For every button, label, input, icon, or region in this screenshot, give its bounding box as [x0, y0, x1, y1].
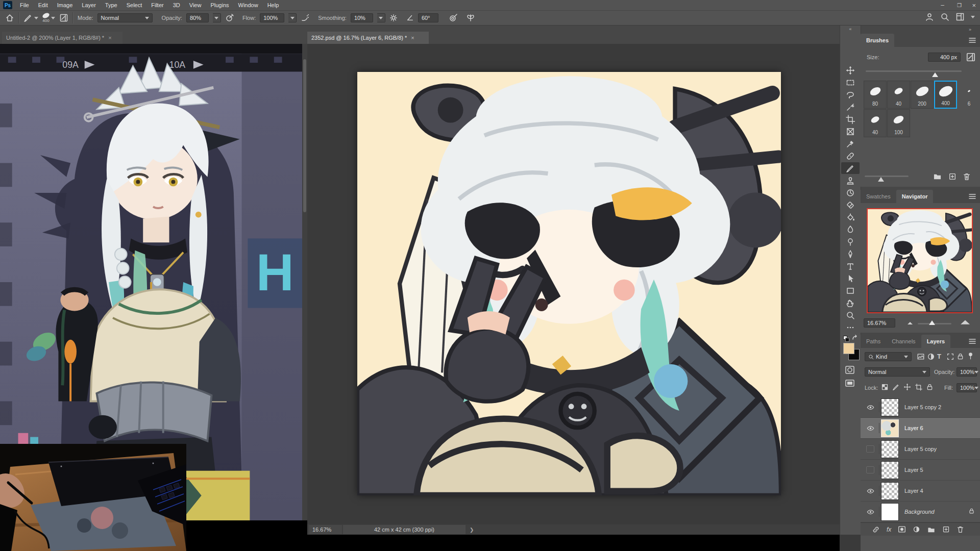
new-adjustment-layer-icon[interactable] — [913, 525, 920, 533]
document-tab-2352psd[interactable]: 2352.psd @ 16.7% (Layer 6, RGB/8) * × — [307, 32, 429, 44]
document-tab-untitled2[interactable]: Untitled-2 @ 200% (Layer 1, RGB/8#) * × — [2, 32, 122, 44]
default-colors-icon[interactable] — [843, 336, 848, 341]
mode-select[interactable]: Normal — [97, 13, 153, 22]
navigator-zoom-thumb[interactable] — [929, 320, 935, 325]
filter-shape-layers-icon[interactable] — [946, 353, 954, 361]
menu-select[interactable]: Select — [122, 0, 147, 10]
symmetry-butterfly-icon[interactable] — [466, 13, 475, 22]
navigator-proxy-view[interactable] — [867, 208, 973, 313]
opacity-field[interactable]: 80% — [186, 13, 209, 22]
slice-tool[interactable] — [841, 126, 860, 137]
layer-name[interactable]: Layer 5 copy — [904, 446, 937, 452]
tab-close-icon[interactable]: × — [108, 35, 111, 41]
brush-preset-40[interactable]: 40 — [887, 81, 910, 109]
layer-name[interactable]: Layer 6 — [904, 425, 923, 431]
visibility-eye-empty[interactable] — [865, 465, 879, 475]
tool-preset-picker[interactable] — [23, 13, 38, 22]
blur-tool[interactable] — [841, 223, 860, 235]
rectangle-tool[interactable] — [841, 285, 860, 296]
maximize-button[interactable]: ❐ — [957, 0, 962, 10]
lock-image-pixels-icon[interactable] — [892, 383, 900, 391]
close-button[interactable]: × — [972, 0, 976, 10]
new-brush-icon[interactable] — [948, 172, 957, 181]
pen-tool[interactable] — [841, 248, 860, 260]
canvas-2352psd[interactable] — [357, 72, 781, 495]
layer-name[interactable]: Background — [904, 509, 935, 515]
workspace-switcher-icon[interactable] — [955, 12, 965, 21]
paint-bucket-tool[interactable] — [841, 211, 860, 223]
blend-mode-select[interactable]: Normal — [865, 367, 930, 377]
pressure-size-icon[interactable] — [449, 13, 458, 22]
foreground-color-swatch[interactable] — [843, 343, 854, 354]
layer-style-fx-icon[interactable]: fx — [887, 526, 891, 533]
menu-3d[interactable]: 3D — [168, 0, 185, 10]
smoothing-field[interactable]: 10% — [351, 13, 373, 22]
layer-opacity-field[interactable]: 100% — [957, 367, 977, 377]
swap-colors-icon[interactable] — [851, 335, 859, 342]
smoothing-options-gear-icon[interactable] — [389, 14, 398, 22]
toggle-brush-settings-icon[interactable] — [59, 13, 68, 22]
delete-layer-trash-icon[interactable] — [957, 525, 964, 533]
brush-preset-80[interactable]: 80 — [864, 81, 887, 109]
layer-thumbnail[interactable] — [881, 503, 899, 521]
filter-smart-objects-icon[interactable] — [957, 353, 964, 360]
minimize-button[interactable]: – — [941, 0, 944, 10]
move-tool[interactable] — [841, 64, 860, 76]
status-chevron-icon[interactable]: ❯ — [470, 525, 474, 534]
history-brush-tool[interactable] — [841, 187, 860, 198]
new-group-icon[interactable] — [927, 526, 936, 533]
collapse-toolbox-button[interactable]: « — [840, 26, 861, 33]
visibility-eye-empty[interactable] — [865, 444, 879, 454]
search-icon[interactable] — [940, 12, 949, 21]
panel-menu-icon[interactable] — [969, 34, 976, 47]
panel-menu-icon[interactable] — [969, 190, 976, 203]
layer-row-layer5copy[interactable]: Layer 5 copy — [861, 439, 980, 460]
clone-stamp-tool[interactable] — [841, 174, 860, 186]
visibility-eye-icon[interactable] — [865, 486, 879, 496]
background-lock-icon[interactable] — [968, 508, 975, 514]
layer-thumbnail[interactable] — [881, 419, 899, 437]
menu-view[interactable]: View — [185, 0, 206, 10]
layer-fill-field[interactable]: 100% — [957, 383, 977, 392]
flow-field[interactable]: 100% — [260, 13, 284, 22]
lock-transparent-pixels-icon[interactable] — [881, 383, 889, 391]
panel-footer-slider[interactable] — [865, 176, 909, 177]
menu-layer[interactable]: Layer — [77, 0, 101, 10]
flow-dropdown[interactable] — [288, 13, 297, 22]
delete-brush-trash-icon[interactable] — [963, 172, 971, 181]
panel-menu-icon[interactable] — [969, 335, 976, 348]
layer-row-layer5copy2[interactable]: Layer 5 copy 2 — [861, 397, 980, 418]
brush-preset-200[interactable]: 200 — [911, 81, 934, 109]
layer-row-layer4[interactable]: Layer 4 — [861, 481, 980, 502]
collapse-panels-button[interactable]: » — [969, 27, 971, 33]
lock-position-icon[interactable] — [903, 383, 911, 391]
visibility-eye-icon[interactable] — [865, 507, 879, 517]
workspace-chevron-icon[interactable] — [971, 16, 975, 18]
layer-row-layer5[interactable]: Layer 5 — [861, 460, 980, 481]
share-image-icon[interactable] — [925, 12, 934, 21]
home-icon[interactable] — [5, 13, 14, 22]
visibility-eye-icon[interactable] — [865, 402, 879, 412]
brush-preset-400-selected[interactable]: 400 — [934, 81, 957, 109]
layer-row-layer6-selected[interactable]: Layer 6 — [861, 418, 980, 439]
layer-name[interactable]: Layer 5 copy 2 — [904, 404, 941, 410]
object-selection-tool[interactable] — [841, 101, 860, 113]
brush-preset-6[interactable]: 6 — [958, 81, 980, 109]
filter-type-layers-icon[interactable]: T — [937, 353, 941, 360]
type-tool[interactable] — [841, 260, 860, 272]
tab-navigator[interactable]: Navigator — [896, 190, 934, 203]
menu-type[interactable]: Type — [101, 0, 122, 10]
tab-layers[interactable]: Layers — [921, 335, 950, 348]
lasso-tool[interactable] — [841, 89, 860, 101]
healing-brush-tool[interactable] — [841, 150, 860, 162]
tab-paths[interactable]: Paths — [861, 335, 886, 348]
brush-size-slider[interactable] — [866, 70, 962, 72]
edit-toolbar-icon[interactable] — [841, 321, 860, 333]
canvas-work-area[interactable] — [307, 44, 840, 524]
marquee-tool[interactable] — [841, 77, 860, 88]
filter-toggle-icon[interactable] — [967, 352, 974, 361]
reference-scrollbar[interactable] — [302, 44, 307, 520]
tab-swatches[interactable]: Swatches — [861, 190, 896, 203]
screen-mode-icon[interactable] — [845, 379, 855, 388]
smoothing-dropdown[interactable] — [377, 13, 385, 22]
